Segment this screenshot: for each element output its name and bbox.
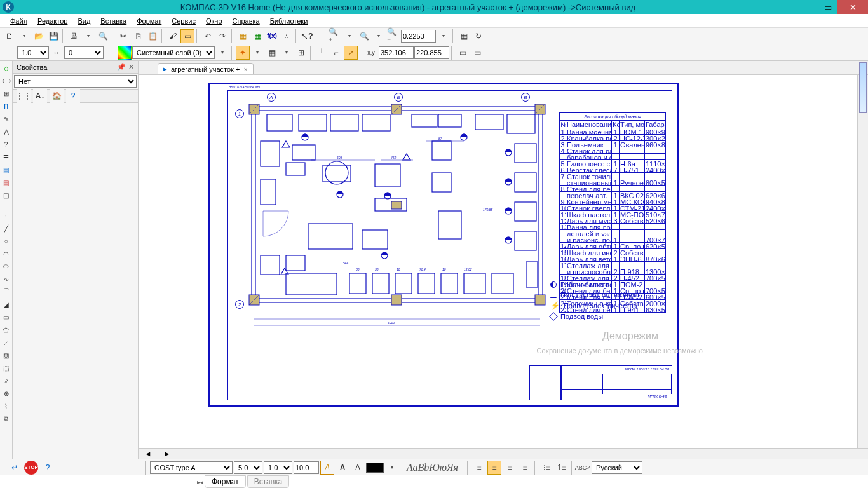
text-color[interactable] (366, 463, 384, 473)
tool-a-icon[interactable]: ▭ (456, 46, 470, 60)
print-icon[interactable]: 🖶 (67, 29, 81, 43)
zoom-out-icon[interactable]: 🔍⁻ (386, 29, 400, 43)
properties-select[interactable]: Нет (14, 75, 137, 88)
zoom-input[interactable] (401, 30, 436, 43)
line-width-select[interactable]: 1.0 (17, 46, 49, 59)
spec-icon[interactable]: ▤ (1, 164, 12, 175)
report-icon[interactable]: ▤ (1, 177, 12, 188)
preview-icon[interactable]: 🔍 (96, 29, 110, 43)
stop-icon[interactable]: STOP (24, 461, 38, 475)
tab-format[interactable]: Формат (205, 475, 246, 488)
maximize-button[interactable]: ▭ (818, 0, 837, 14)
local-cs-icon[interactable]: └ (315, 46, 329, 60)
spline-icon[interactable]: ∿ (1, 273, 12, 285)
grid2-icon[interactable]: ⊞ (1, 88, 12, 99)
align-left-icon[interactable]: ≡ (472, 461, 486, 475)
linestyle-icon[interactable]: — (3, 46, 17, 60)
menu-service[interactable]: Сервис (168, 16, 200, 26)
menu-file[interactable]: Файл (6, 16, 31, 26)
line-tool-icon[interactable]: ╱ (1, 222, 12, 234)
lang-select[interactable]: Русский (592, 461, 642, 474)
hatch-icon[interactable]: ▨ (1, 349, 12, 361)
help2-icon[interactable]: ? (41, 461, 55, 475)
help-cursor-icon[interactable]: ⭦? (300, 29, 314, 43)
redraw-icon[interactable]: ▦ (457, 29, 471, 43)
macro-icon[interactable]: ▦ (250, 29, 264, 43)
linetype-icon[interactable]: ↔ (50, 46, 64, 60)
rect-icon[interactable]: ▭ (1, 311, 12, 323)
select-icon[interactable]: ☰ (1, 151, 12, 163)
circle-icon[interactable]: ○ (1, 235, 12, 247)
menu-edit[interactable]: Редактор (34, 16, 71, 26)
paste-icon[interactable]: 📋 (146, 29, 159, 43)
menu-help[interactable]: Справка (229, 16, 264, 26)
minimize-button[interactable]: — (799, 0, 818, 14)
menu-window[interactable]: Окно (202, 16, 226, 26)
pin-icon[interactable]: 📌 (117, 63, 126, 71)
document-tab[interactable]: ▸ агрегатный участок + × (158, 63, 254, 74)
vars-icon[interactable]: ⛬ (280, 29, 294, 43)
insert-icon[interactable]: ◫ (1, 189, 12, 201)
undo-icon[interactable]: ↶ (201, 29, 215, 43)
copy-icon[interactable]: ⎘ (131, 29, 145, 43)
fx-icon[interactable]: f(x) (265, 29, 279, 43)
print-dropdown[interactable]: ▾ (81, 29, 95, 43)
save-icon[interactable]: 💾 (46, 29, 60, 43)
new-icon[interactable]: 🗋 (3, 29, 17, 43)
axis-icon[interactable]: ⊕ (1, 388, 12, 399)
aux-line-icon[interactable]: ⟋ (1, 337, 12, 348)
redo-icon[interactable]: ↷ (215, 29, 229, 43)
font-select[interactable]: GOST type A (150, 461, 233, 474)
props-tool-3[interactable]: 🏠 (50, 89, 64, 103)
layer-color-icon[interactable] (118, 46, 132, 60)
coord-x[interactable] (379, 46, 414, 59)
zoom-fit-icon[interactable]: 🔍 (357, 29, 371, 43)
lib-icon[interactable]: ▦ (236, 29, 250, 43)
cut-icon[interactable]: ✂ (116, 29, 130, 43)
ellipse-icon[interactable]: ⬭ (1, 261, 12, 272)
fillet-icon[interactable]: ⌒ (1, 286, 12, 297)
panel-close-icon[interactable]: ✕ (128, 63, 134, 71)
measure-icon[interactable]: ? (1, 139, 12, 150)
menu-view[interactable]: Вид (74, 16, 94, 26)
drawing-canvas[interactable]: ВЫ 0.6214.5906е ХЫ А Б В 1 2 (139, 75, 857, 448)
ortho-icon[interactable]: ⌐ (329, 46, 343, 60)
size3-input[interactable] (294, 461, 319, 474)
close-button[interactable]: ✕ (837, 0, 868, 14)
brush-icon[interactable]: 🖌 (166, 29, 180, 43)
zoom-in-icon[interactable]: 🔍⁺ (328, 29, 342, 43)
vertical-scrollbar[interactable] (857, 75, 868, 448)
new-dropdown[interactable]: ▾ (17, 29, 31, 43)
equidist-icon[interactable]: ⫽ (1, 375, 12, 386)
point-icon[interactable]: · (1, 210, 12, 221)
align-justify-icon[interactable]: ≡ (518, 461, 532, 475)
underline-icon[interactable]: A (351, 461, 365, 475)
enter-icon[interactable]: ↵ (8, 461, 22, 475)
tab-close-icon[interactable]: × (243, 65, 247, 73)
props-help-icon[interactable]: ? (66, 89, 80, 103)
arc-icon[interactable]: ◠ (1, 248, 12, 259)
props-tool-1[interactable]: ⋮⋮ (17, 89, 31, 103)
dimension-icon[interactable]: ⟷ (1, 75, 12, 86)
break-icon[interactable]: ⌇ (1, 400, 12, 412)
list-num-icon[interactable]: 1≡ (555, 461, 569, 475)
menu-format[interactable]: Формат (133, 16, 165, 26)
side-hint[interactable] (859, 62, 867, 113)
param-icon[interactable]: ⋀ (1, 126, 12, 137)
layer-select[interactable]: Системный слой (0) (132, 46, 215, 59)
props-tool-2[interactable]: A↓ (33, 89, 47, 103)
align-center-icon[interactable]: ≡ (487, 461, 501, 475)
chamfer-icon[interactable]: ◢ (1, 299, 12, 310)
round-icon[interactable]: ↗ (344, 46, 358, 60)
geometry-icon[interactable]: ◇ (1, 62, 12, 74)
snap-toggle-icon[interactable]: ✦ (236, 46, 250, 60)
italic-a-icon[interactable]: A (320, 461, 334, 475)
menu-insert[interactable]: Вставка (97, 16, 130, 26)
tool-b-icon[interactable]: ▭ (470, 46, 484, 60)
xy-icon[interactable]: x,y (364, 46, 378, 60)
size1-select[interactable]: 5.0 (234, 461, 262, 474)
group-icon[interactable]: ⧉ (1, 413, 12, 424)
grid-icon[interactable]: ▦ (265, 46, 279, 60)
edit-icon[interactable]: ✎ (1, 113, 12, 125)
offset-select[interactable]: 0 (64, 46, 104, 59)
